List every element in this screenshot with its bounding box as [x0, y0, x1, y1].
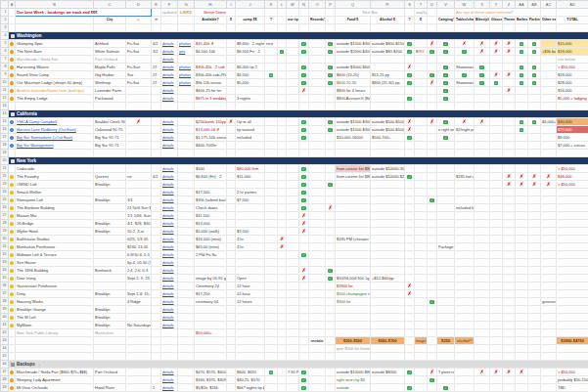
cell[interactable] [405, 275, 415, 283]
cell[interactable]: ✓ [516, 79, 528, 87]
cell[interactable] [178, 243, 195, 251]
cell[interactable] [371, 87, 405, 95]
cell[interactable] [287, 353, 299, 361]
cell[interactable]: ✓ [265, 369, 278, 376]
cell[interactable]: $185 hot category [455, 173, 475, 181]
cell[interactable] [152, 118, 161, 126]
cell[interactable]: details [161, 369, 178, 376]
cell[interactable]: ✓ [405, 79, 415, 87]
flag-cell[interactable] [9, 103, 16, 110]
cell[interactable] [405, 87, 415, 95]
cell[interactable] [516, 243, 528, 251]
cell[interactable]: rentals [309, 337, 326, 345]
cell[interactable] [541, 95, 557, 103]
cell[interactable]: details [161, 181, 178, 189]
cell[interactable]: 1/1 10/6, Sun 10/1 [126, 212, 152, 220]
cell[interactable] [326, 236, 336, 243]
cell[interactable] [415, 236, 428, 243]
cell[interactable] [528, 345, 541, 353]
cell[interactable]: 4/2 [152, 173, 161, 181]
city-cell[interactable] [94, 24, 126, 32]
cell[interactable] [415, 103, 428, 110]
cell[interactable] [336, 251, 371, 259]
flag-cell[interactable] [9, 24, 16, 32]
row-number[interactable]: 14 [1, 110, 9, 118]
cell[interactable] [516, 259, 528, 267]
cell[interactable]: $230, 13.05 [126, 243, 152, 251]
cell[interactable]: ✗ [299, 220, 309, 228]
cell[interactable] [227, 290, 236, 298]
cell[interactable] [541, 40, 557, 48]
cell[interactable] [287, 329, 299, 337]
city-cell[interactable] [94, 165, 126, 173]
cell[interactable]: outside $8000 [371, 369, 405, 376]
cell[interactable] [405, 267, 415, 275]
cell[interactable]: ✗ [455, 118, 475, 126]
cell[interactable] [152, 243, 161, 251]
cell[interactable] [516, 267, 528, 275]
cell[interactable] [287, 204, 299, 212]
cell[interactable] [309, 290, 326, 298]
cell[interactable] [126, 384, 152, 392]
cell[interactable] [236, 337, 265, 345]
cell[interactable] [528, 314, 541, 322]
flag-cell[interactable] [9, 165, 16, 173]
cell[interactable] [227, 24, 236, 32]
venue-name-cell[interactable] [16, 103, 94, 110]
cell[interactable] [415, 181, 428, 189]
venue-name-cell[interactable]: The W Loft [16, 314, 94, 322]
cell[interactable] [227, 275, 236, 283]
cell[interactable] [528, 220, 541, 228]
cell[interactable]: ✓ [299, 251, 309, 259]
cell[interactable] [178, 165, 195, 173]
cell[interactable]: nice [265, 40, 278, 48]
cell[interactable] [541, 79, 557, 87]
cell[interactable] [326, 173, 336, 181]
cell[interactable] [178, 204, 195, 212]
cell[interactable] [437, 329, 455, 337]
cell[interactable] [152, 283, 161, 290]
cell[interactable]: outside $500-$1000 [371, 118, 405, 126]
cell[interactable] [541, 212, 557, 220]
cell[interactable] [541, 71, 557, 79]
cell[interactable] [516, 306, 528, 314]
row-number[interactable]: 15 [1, 118, 9, 126]
cell[interactable] [475, 196, 490, 204]
cell[interactable] [428, 165, 437, 173]
cell[interactable] [437, 267, 455, 275]
venue-name-cell[interactable]: The Empty Lodge [16, 95, 94, 103]
cell[interactable] [516, 165, 528, 173]
cell[interactable]: $6,500 Fri · 2 [236, 48, 265, 56]
cell[interactable] [236, 314, 265, 322]
cell[interactable] [278, 228, 287, 236]
cell[interactable] [336, 322, 371, 329]
cell[interactable] [437, 251, 455, 259]
cell[interactable] [152, 322, 161, 329]
city-cell[interactable]: Brooklyn [94, 314, 126, 322]
flag-cell[interactable] [9, 228, 16, 236]
cell[interactable] [195, 150, 227, 157]
section-header[interactable]: Backups → [9, 361, 588, 369]
city-cell[interactable] [94, 251, 126, 259]
cell[interactable]: details [161, 196, 178, 204]
cell[interactable] [265, 275, 278, 283]
cell[interactable] [428, 173, 437, 181]
flag-cell[interactable] [9, 48, 16, 56]
cell[interactable] [287, 71, 299, 79]
cell[interactable]: ✗ [299, 212, 309, 220]
cell[interactable] [475, 376, 490, 384]
city-cell[interactable] [94, 259, 126, 267]
cell[interactable]: ✓ [405, 48, 415, 56]
cell[interactable] [309, 329, 326, 337]
cell[interactable] [309, 87, 326, 95]
cell[interactable] [126, 24, 152, 32]
cell[interactable]: ✗ [503, 40, 516, 48]
cell[interactable] [405, 353, 415, 361]
cell[interactable] [236, 353, 265, 361]
cell[interactable]: details [161, 322, 178, 329]
cell[interactable] [428, 17, 437, 24]
cell[interactable] [287, 384, 299, 392]
cell[interactable] [178, 337, 195, 345]
city-cell[interactable] [94, 243, 126, 251]
cell[interactable] [516, 189, 528, 196]
